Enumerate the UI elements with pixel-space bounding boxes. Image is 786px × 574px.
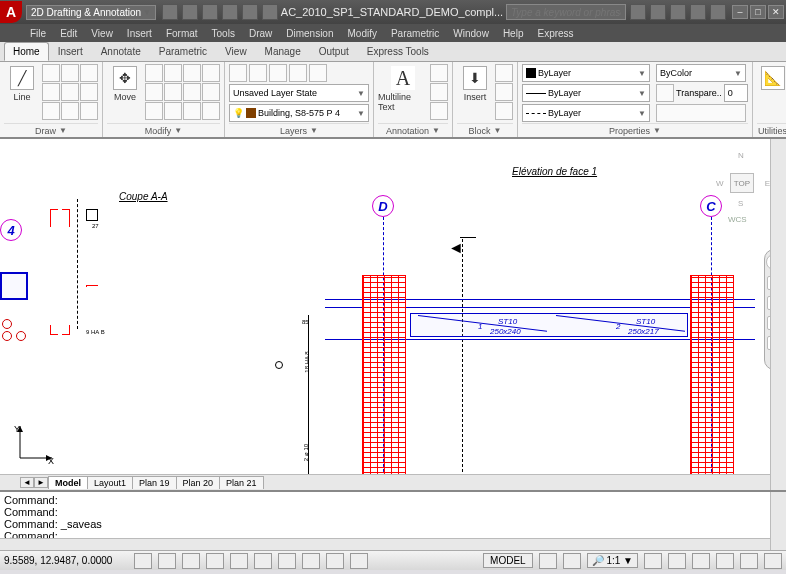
ducs-toggle[interactable]	[278, 553, 296, 569]
cmd-scrollbar-horizontal[interactable]	[0, 538, 770, 550]
minimize-button[interactable]: –	[732, 5, 748, 19]
panel-expand-icon[interactable]: ▼	[59, 126, 67, 135]
array-icon[interactable]	[202, 83, 220, 101]
qp-toggle[interactable]	[350, 553, 368, 569]
layout-tab-layout1[interactable]: Layout1	[87, 476, 133, 489]
hatch-icon[interactable]	[80, 83, 98, 101]
layer-isolate-icon[interactable]	[289, 64, 307, 82]
menu-window[interactable]: Window	[447, 26, 495, 41]
move-button[interactable]: ✥ Move	[107, 64, 143, 102]
layout-tab-plan-19[interactable]: Plan 19	[132, 476, 177, 489]
annotation-visibility-icon[interactable]	[644, 553, 662, 569]
current-layer-combo[interactable]: 💡 Building, S8-575 P 4 ▼	[229, 104, 369, 122]
viewcube-face[interactable]: TOP	[730, 173, 754, 193]
plotstyle-combo[interactable]: ByColor▼	[656, 64, 746, 82]
insert-button[interactable]: ⬇ Insert	[457, 64, 493, 102]
menu-dimension[interactable]: Dimension	[280, 26, 339, 41]
annotation-scale[interactable]: 🔎 1:1 ▼	[587, 553, 638, 568]
model-space-button[interactable]: MODEL	[483, 553, 533, 568]
coordinates-display[interactable]: 9.5589, 12.9487, 0.0000	[4, 555, 112, 566]
menu-express[interactable]: Express	[531, 26, 579, 41]
subscription-icon[interactable]	[650, 4, 666, 20]
viewcube[interactable]: N W E S TOP WCS	[716, 151, 764, 211]
ribbon-tab-annotate[interactable]: Annotate	[92, 42, 150, 61]
utilities-button[interactable]: 📐	[757, 64, 786, 90]
layout-tab-plan-20[interactable]: Plan 20	[176, 476, 221, 489]
rotate-icon[interactable]	[164, 64, 182, 82]
command-window[interactable]: Command:Command:Command: _saveasCommand:	[0, 490, 786, 550]
osnap-toggle[interactable]	[230, 553, 248, 569]
spline-icon[interactable]	[42, 102, 60, 120]
transparency-value-box[interactable]: 0	[724, 84, 748, 102]
maximize-button[interactable]: □	[750, 5, 766, 19]
canvas-scrollbar-vertical[interactable]	[770, 139, 786, 490]
layout-tab-plan-21[interactable]: Plan 21	[219, 476, 264, 489]
trim-icon[interactable]	[183, 64, 201, 82]
offset-icon[interactable]	[145, 102, 163, 120]
erase-icon[interactable]	[202, 64, 220, 82]
menu-parametric[interactable]: Parametric	[385, 26, 445, 41]
layout-nav-arrow[interactable]: ►	[34, 477, 48, 488]
menu-tools[interactable]: Tools	[206, 26, 241, 41]
explode-icon[interactable]	[183, 83, 201, 101]
ortho-toggle[interactable]	[182, 553, 200, 569]
join-icon[interactable]	[202, 102, 220, 120]
attr-block-icon[interactable]	[495, 102, 513, 120]
rectangle-icon[interactable]	[42, 83, 60, 101]
menu-view[interactable]: View	[85, 26, 119, 41]
panel-expand-icon[interactable]: ▼	[432, 126, 440, 135]
layout-tab-model[interactable]: Model	[48, 476, 88, 489]
region-icon[interactable]	[80, 102, 98, 120]
qat-print-icon[interactable]	[262, 4, 278, 20]
otrack-toggle[interactable]	[254, 553, 272, 569]
layer-off-icon[interactable]	[249, 64, 267, 82]
menu-draw[interactable]: Draw	[243, 26, 278, 41]
line-button[interactable]: ╱ Line	[4, 64, 40, 102]
ribbon-tab-home[interactable]: Home	[4, 42, 49, 61]
ribbon-tab-output[interactable]: Output	[310, 42, 358, 61]
menu-modify[interactable]: Modify	[342, 26, 383, 41]
list-icon[interactable]	[656, 104, 746, 122]
ribbon-tab-express-tools[interactable]: Express Tools	[358, 42, 438, 61]
color-combo[interactable]: ByLayer▼	[522, 64, 650, 82]
close-button[interactable]: ✕	[768, 5, 784, 19]
create-block-icon[interactable]	[495, 64, 513, 82]
isolate-objects-icon[interactable]	[740, 553, 758, 569]
layer-lock-icon[interactable]	[269, 64, 287, 82]
panel-expand-icon[interactable]: ▼	[494, 126, 502, 135]
arc-icon[interactable]	[80, 64, 98, 82]
linetype-combo[interactable]: ByLayer▼	[522, 104, 650, 122]
help-icon[interactable]	[710, 4, 726, 20]
ribbon-tab-parametric[interactable]: Parametric	[150, 42, 216, 61]
qat-new-icon[interactable]	[162, 4, 178, 20]
drawing-canvas[interactable]: Coupe A-A Elévation de face 1 4 D C ◄ 1 …	[0, 138, 786, 490]
comm-center-icon[interactable]	[670, 4, 686, 20]
wcs-label[interactable]: WCS	[728, 215, 747, 224]
scale-icon[interactable]	[164, 102, 182, 120]
lwt-toggle[interactable]	[326, 553, 344, 569]
workspace-switch-icon[interactable]	[668, 553, 686, 569]
app-menu-button[interactable]: A	[0, 1, 22, 23]
fillet-icon[interactable]	[164, 83, 182, 101]
grid-toggle[interactable]	[158, 553, 176, 569]
ellipse-icon[interactable]	[61, 83, 79, 101]
stretch-icon[interactable]	[183, 102, 201, 120]
edit-block-icon[interactable]	[495, 83, 513, 101]
polar-toggle[interactable]	[206, 553, 224, 569]
ribbon-tab-view[interactable]: View	[216, 42, 256, 61]
table-icon[interactable]	[430, 102, 448, 120]
snap-toggle[interactable]	[134, 553, 152, 569]
dimension-icon[interactable]	[430, 64, 448, 82]
layer-state-combo[interactable]: Unsaved Layer State ▼	[229, 84, 369, 102]
lineweight-combo[interactable]: ByLayer▼	[522, 84, 650, 102]
qat-undo-icon[interactable]	[222, 4, 238, 20]
panel-expand-icon[interactable]: ▼	[653, 126, 661, 135]
cmd-scrollbar-vertical[interactable]	[770, 492, 786, 550]
hardware-accel-icon[interactable]	[716, 553, 734, 569]
point-icon[interactable]	[61, 102, 79, 120]
polyline-icon[interactable]	[42, 64, 60, 82]
panel-expand-icon[interactable]: ▼	[310, 126, 318, 135]
menu-file[interactable]: File	[24, 26, 52, 41]
qat-open-icon[interactable]	[182, 4, 198, 20]
menu-insert[interactable]: Insert	[121, 26, 158, 41]
